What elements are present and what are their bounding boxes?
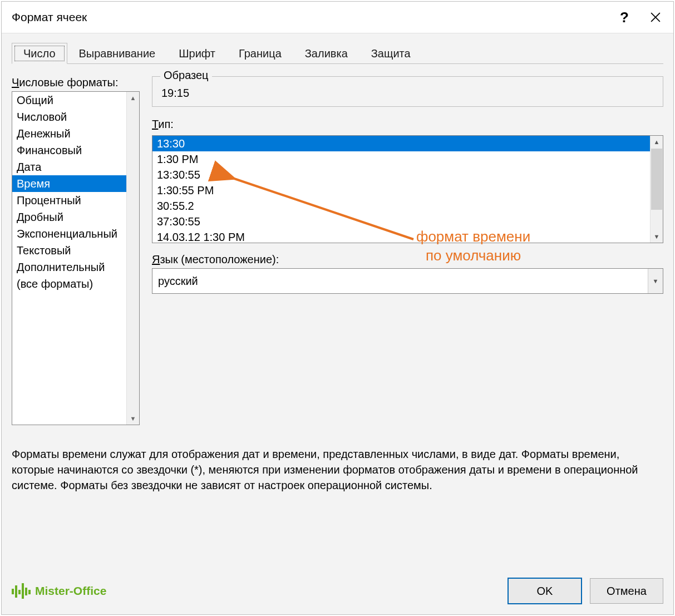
tab-number[interactable]: Число xyxy=(12,43,67,64)
locale-dropdown[interactable]: русский ▼ xyxy=(152,268,663,294)
svg-rect-6 xyxy=(25,588,27,595)
type-item[interactable]: 1:30:55 PM xyxy=(152,183,650,198)
svg-rect-5 xyxy=(22,583,24,599)
svg-rect-7 xyxy=(28,590,31,594)
category-item[interactable]: Денежный xyxy=(12,125,126,142)
dialog-title: Формат ячеек xyxy=(12,11,609,24)
brand-watermark: Mister-Office xyxy=(12,583,106,599)
tabstrip: Число Выравнивание Шрифт Граница Заливка… xyxy=(12,41,663,64)
type-item[interactable]: 14.03.12 1:30 PM xyxy=(152,229,650,243)
type-item[interactable]: 1:30 PM xyxy=(152,151,650,167)
category-item[interactable]: Время xyxy=(12,175,126,192)
format-cells-dialog: Формат ячеек ? Число Выравнивание Шрифт … xyxy=(1,1,674,615)
scroll-down-icon[interactable]: ▼ xyxy=(127,412,139,425)
locale-value: русский xyxy=(152,275,648,288)
type-item[interactable]: 30:55.2 xyxy=(152,198,650,214)
category-item[interactable]: Дата xyxy=(12,159,126,175)
ok-button[interactable]: OK xyxy=(508,578,582,604)
content-area: Число Выравнивание Шрифт Граница Заливка… xyxy=(2,33,673,614)
svg-rect-2 xyxy=(12,589,14,594)
type-scrollbar[interactable]: ▲ ▼ xyxy=(650,136,663,243)
category-item[interactable]: Общий xyxy=(12,92,126,109)
close-button[interactable] xyxy=(640,6,671,28)
cancel-button[interactable]: Отмена xyxy=(590,578,663,604)
chevron-down-icon[interactable]: ▼ xyxy=(648,269,663,293)
sample-value: 19:15 xyxy=(159,87,656,100)
sample-groupbox: Образец 19:15 xyxy=(152,76,663,107)
help-button[interactable]: ? xyxy=(609,6,640,28)
category-listbox[interactable]: ОбщийЧисловойДенежныйФинансовыйДатаВремя… xyxy=(12,91,140,425)
tab-fill[interactable]: Заливка xyxy=(293,43,359,64)
scrollbar-thumb[interactable] xyxy=(651,149,662,210)
type-item[interactable]: 13:30:55 xyxy=(152,167,650,183)
locale-label: Язык (местоположение): xyxy=(152,253,663,266)
scroll-down-icon[interactable]: ▼ xyxy=(651,230,663,243)
svg-rect-3 xyxy=(15,585,17,598)
type-label: Тип: xyxy=(152,118,663,131)
sample-legend: Образец xyxy=(160,69,212,82)
brand-text: Mister-Office xyxy=(35,584,106,598)
titlebar: Формат ячеек ? xyxy=(2,2,673,33)
close-icon xyxy=(651,12,661,22)
category-label: Числовые форматы: xyxy=(12,76,140,89)
tab-alignment[interactable]: Выравнивание xyxy=(67,43,167,64)
brand-icon xyxy=(12,583,31,599)
category-item[interactable]: Экспоненциальный xyxy=(12,225,126,242)
category-item[interactable]: Финансовый xyxy=(12,142,126,159)
tab-font[interactable]: Шрифт xyxy=(167,43,227,64)
type-item[interactable]: 13:30 xyxy=(152,136,650,151)
category-item[interactable]: Дополнительный xyxy=(12,259,126,275)
category-item[interactable]: Текстовый xyxy=(12,242,126,259)
category-scrollbar[interactable]: ▲ ▼ xyxy=(126,92,139,425)
category-item[interactable]: Числовой xyxy=(12,109,126,125)
category-item[interactable]: (все форматы) xyxy=(12,275,126,292)
footer: Mister-Office OK Отмена xyxy=(12,563,663,604)
category-item[interactable]: Дробный xyxy=(12,209,126,225)
type-listbox[interactable]: 13:301:30 PM13:30:551:30:55 PM30:55.237:… xyxy=(152,135,663,243)
tab-protection[interactable]: Защита xyxy=(359,43,422,64)
scroll-up-icon[interactable]: ▲ xyxy=(127,92,139,104)
format-description: Форматы времени служат для отображения д… xyxy=(12,446,663,493)
tab-border[interactable]: Граница xyxy=(227,43,293,64)
type-item[interactable]: 37:30:55 xyxy=(152,214,650,229)
category-item[interactable]: Процентный xyxy=(12,192,126,209)
svg-rect-4 xyxy=(18,590,21,594)
scroll-up-icon[interactable]: ▲ xyxy=(651,136,663,148)
